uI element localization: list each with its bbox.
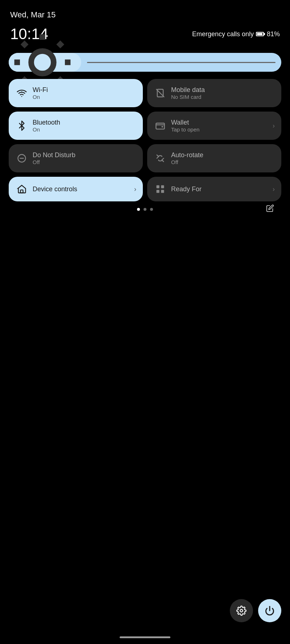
- no-sim-icon: [155, 88, 165, 98]
- mobile-data-text: Mobile data No SIM card: [171, 86, 205, 100]
- page-dots-row: [9, 208, 281, 211]
- auto-rotate-icon: [155, 153, 165, 163]
- emergency-status: Emergency calls only 81%: [192, 30, 280, 38]
- brightness-track[interactable]: [9, 53, 281, 72]
- device-controls-arrow: ›: [134, 185, 136, 193]
- tiles-row-1: Wi-Fi On Mobile data No SIM card: [9, 79, 281, 107]
- settings-button[interactable]: [230, 599, 253, 622]
- dnd-text: Do Not Disturb Off: [33, 151, 75, 165]
- wallet-title: Wallet: [171, 119, 199, 126]
- edit-icon[interactable]: [266, 204, 274, 214]
- svg-rect-12: [156, 123, 164, 129]
- dnd-title: Do Not Disturb: [33, 151, 75, 159]
- auto-rotate-title: Auto-rotate: [171, 151, 203, 159]
- svg-rect-16: [21, 190, 23, 193]
- wifi-subtitle: On: [33, 94, 48, 100]
- svg-rect-17: [157, 185, 160, 188]
- power-button[interactable]: [258, 599, 281, 622]
- quick-settings-panel: Wi-Fi On Mobile data No SIM card Bluetoo…: [0, 46, 290, 211]
- mobile-data-title: Mobile data: [171, 86, 205, 94]
- svg-rect-19: [157, 190, 160, 193]
- dnd-tile[interactable]: Do Not Disturb Off: [9, 144, 143, 172]
- svg-line-8: [58, 42, 62, 46]
- svg-point-9: [21, 96, 22, 97]
- svg-rect-13: [162, 126, 163, 127]
- wifi-icon: [17, 88, 27, 98]
- svg-rect-18: [161, 185, 164, 188]
- device-controls-text: Device controls: [33, 185, 77, 193]
- battery-icon: [256, 32, 264, 36]
- ready-for-arrow: ›: [273, 185, 275, 193]
- mobile-data-tile[interactable]: Mobile data No SIM card: [147, 79, 281, 107]
- auto-rotate-tile[interactable]: Auto-rotate Off: [147, 144, 281, 172]
- brightness-thumb[interactable]: [9, 53, 81, 72]
- bluetooth-text: Bluetooth On: [33, 119, 60, 133]
- svg-rect-20: [161, 190, 164, 193]
- emergency-text: Emergency calls only: [192, 30, 254, 38]
- wifi-text: Wi-Fi On: [33, 86, 48, 100]
- bluetooth-tile[interactable]: Bluetooth On: [9, 112, 143, 140]
- auto-rotate-text: Auto-rotate Off: [171, 151, 203, 165]
- page-dot-1[interactable]: [137, 208, 140, 211]
- page-dot-2[interactable]: [144, 208, 146, 211]
- wallet-tile[interactable]: Wallet Tap to open ›: [147, 112, 281, 140]
- brightness-line: [87, 62, 276, 63]
- device-controls-title: Device controls: [33, 185, 77, 193]
- device-controls-icon: [17, 184, 27, 194]
- date-display: Wed, Mar 15: [10, 10, 280, 20]
- bottom-bar: [230, 599, 281, 622]
- battery-percent: 81%: [267, 30, 280, 38]
- dnd-icon: [17, 153, 27, 163]
- auto-rotate-subtitle: Off: [171, 159, 203, 165]
- tiles-row-4: Device controls › Ready For ›: [9, 177, 281, 201]
- page-dot-3[interactable]: [150, 208, 153, 211]
- ready-for-icon: [155, 184, 165, 194]
- wallet-subtitle: Tap to open: [171, 126, 199, 133]
- wallet-text: Wallet Tap to open: [171, 119, 199, 133]
- bluetooth-icon: [17, 121, 27, 131]
- tiles-row-2: Bluetooth On Wallet Tap to open ›: [9, 112, 281, 140]
- home-indicator[interactable]: [120, 636, 170, 638]
- ready-for-title: Ready For: [171, 185, 202, 193]
- tiles-row-3: Do Not Disturb Off Auto-rotate Off: [9, 144, 281, 172]
- svg-point-0: [31, 51, 54, 74]
- device-controls-tile[interactable]: Device controls ›: [9, 177, 143, 201]
- wifi-title: Wi-Fi: [33, 86, 48, 94]
- mobile-data-subtitle: No SIM card: [171, 94, 205, 100]
- brightness-row[interactable]: [9, 53, 281, 72]
- svg-point-21: [240, 610, 243, 612]
- wifi-tile[interactable]: Wi-Fi On: [9, 79, 143, 107]
- dnd-subtitle: Off: [33, 159, 75, 165]
- bluetooth-title: Bluetooth: [33, 119, 60, 126]
- svg-line-5: [22, 42, 26, 46]
- wallet-icon: [155, 121, 165, 131]
- ready-for-tile[interactable]: Ready For ›: [147, 177, 281, 201]
- ready-for-text: Ready For: [171, 185, 202, 193]
- bluetooth-subtitle: On: [33, 126, 60, 133]
- wallet-arrow: ›: [273, 122, 275, 130]
